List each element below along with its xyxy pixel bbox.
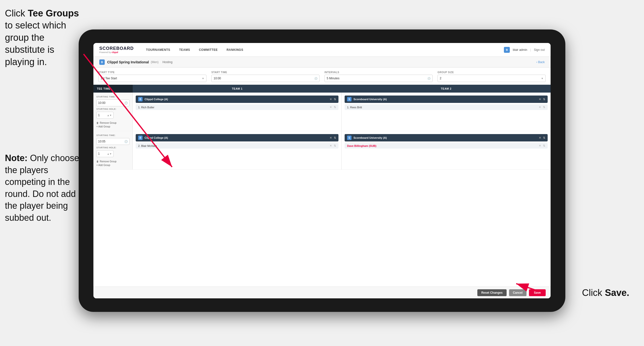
group-size-label: Group Size	[438, 71, 546, 74]
team2-name-2: Scoreboard University (A)	[354, 136, 539, 139]
player-up-2-1[interactable]: ⇅	[543, 106, 545, 109]
team2-card-1[interactable]: S Scoreboard University (A) ✕ ⇅	[344, 95, 548, 103]
reset-button[interactable]: Reset Changes	[477, 289, 506, 296]
team2-x-2[interactable]: ✕	[539, 136, 541, 139]
hole-input-2[interactable]: 1 ▲▼	[96, 150, 114, 157]
team2-card-2[interactable]: S Scoreboard University (A) ✕ ⇅	[344, 134, 548, 141]
note-text: Note: Only choose the players competing …	[5, 152, 81, 224]
team1-card-1[interactable]: B Clippd College (A) ✕ ⇅	[136, 95, 338, 103]
nav-sign-out[interactable]: Sign out	[534, 48, 545, 51]
instruction-part1: Click	[5, 8, 28, 18]
team1-name-1: Clippd College (A)	[144, 98, 330, 101]
time-input-2[interactable]: 10:05 🕙	[96, 138, 130, 145]
note-label: Note:	[5, 153, 30, 163]
group-size-select[interactable]: 2 ▼	[438, 75, 546, 82]
sub-header-back[interactable]: ‹ Back	[536, 60, 545, 64]
hole-input-1[interactable]: 1 ▲▼	[96, 112, 114, 119]
group-left-1: STARTING TIME: 10:00 🕙 STARTING HOLE: 1 …	[94, 93, 133, 131]
player-name-2-2: Dave Billingham (SUB)	[347, 144, 539, 147]
team2-up-1[interactable]: ⇅	[543, 98, 545, 101]
sub-header-hosting: Hosting	[162, 60, 172, 64]
team2-actions-2: ✕ ⇅	[539, 136, 545, 139]
intervals-label: Intervals	[324, 71, 432, 74]
instruction-bold: Tee Groups	[28, 8, 79, 18]
note-body: Only choose the players competing in the…	[5, 153, 79, 223]
start-time-arrow: 🕙	[314, 77, 317, 80]
team1-up-2[interactable]: ⇅	[334, 136, 336, 139]
hole-arrow-2: ▲▼	[107, 152, 112, 155]
start-type-group: Start Type 1st Tee Start ▼	[98, 71, 206, 82]
player-name-2-1: 1. Rees Britt	[347, 106, 539, 109]
starting-time-label-2: STARTING TIME:	[96, 134, 130, 137]
nav-rankings[interactable]: RANKINGS	[222, 43, 248, 57]
team2-header: Team 2	[342, 85, 550, 93]
player-x-1-1[interactable]: ✕	[330, 106, 332, 109]
team2-col-1: S Scoreboard University (A) ✕ ⇅ 1. Rees …	[342, 93, 550, 131]
player-x-1-2[interactable]: ✕	[330, 144, 332, 147]
sub-header-title: Clippd Spring Invitational	[107, 60, 149, 64]
team1-actions-1: ✕ ⇅	[330, 98, 336, 101]
click-save-bold: Save.	[605, 288, 629, 298]
start-time-label: Start Time	[212, 71, 320, 74]
table-header: Tee Time Team 1 Team 2	[94, 85, 550, 93]
team1-badge-2: B	[138, 136, 142, 140]
team1-actions-2: ✕ ⇅	[330, 136, 336, 139]
nav-committee[interactable]: COMMITTEE	[194, 43, 222, 57]
main-content: Start Type 1st Tee Start ▼ Start Time 10…	[94, 67, 550, 287]
player-actions-1-1: ✕ ⇅	[330, 106, 336, 109]
player-up-1-2[interactable]: ⇅	[334, 144, 336, 147]
group-actions-2: 🗑 Remove Group + Add Group	[96, 160, 130, 166]
player-x-2-1[interactable]: ✕	[539, 106, 541, 109]
start-type-select[interactable]: 1st Tee Start ▼	[98, 75, 206, 82]
player-actions-1-2: ✕ ⇅	[330, 144, 336, 147]
instruction-part2: to select which group the substitute is …	[5, 20, 66, 67]
add-group-btn-2[interactable]: + Add Group	[96, 164, 130, 166]
remove-icon-2: 🗑	[96, 160, 99, 163]
team1-x-2[interactable]: ✕	[330, 136, 332, 139]
player-up-2-2[interactable]: ⇅	[543, 144, 545, 147]
player-actions-2-2: ✕ ⇅	[539, 144, 545, 147]
logo-scoreboard: SCOREBOARD	[99, 46, 134, 51]
starting-hole-label-2: STARTING HOLE:	[96, 146, 130, 149]
logo-powered: Powered by clippd	[99, 51, 134, 53]
footer-bar: Reset Changes Cancel Save	[94, 287, 550, 298]
player-up-1-1[interactable]: ⇅	[334, 106, 336, 109]
navbar: SCOREBOARD Powered by clippd TOURNAMENTS…	[94, 43, 550, 57]
time-input-1[interactable]: 10:00 🕙	[96, 99, 130, 106]
nav-divider: |	[530, 48, 531, 51]
remove-group-btn-1[interactable]: 🗑 Remove Group	[96, 122, 130, 124]
team1-x-1[interactable]: ✕	[330, 98, 332, 101]
player-row-2-2: Dave Billingham (SUB) ✕ ⇅	[344, 143, 548, 149]
sub-header: B Clippd Spring Invitational (Men) Hosti…	[94, 57, 550, 67]
remove-group-btn-2[interactable]: 🗑 Remove Group	[96, 160, 130, 163]
save-button[interactable]: Save	[529, 289, 546, 296]
logo-area: SCOREBOARD Powered by clippd	[99, 46, 134, 53]
group-row-2: STARTING TIME: 10:05 🕙 STARTING HOLE: 1 …	[94, 131, 550, 170]
team1-up-1[interactable]: ⇅	[334, 98, 336, 101]
player-x-2-2[interactable]: ✕	[539, 144, 541, 147]
player-row-1-1: 1. Rich Butler ✕ ⇅	[136, 104, 338, 110]
add-group-btn-1[interactable]: + Add Group	[96, 125, 130, 128]
team1-name-2: Clippd College (A)	[144, 136, 330, 139]
nav-links: TOURNAMENTS TEAMS COMMITTEE RANKINGS	[142, 43, 504, 57]
tee-time-header: Tee Time	[94, 85, 133, 93]
cancel-button[interactable]: Cancel	[509, 289, 526, 296]
team2-x-1[interactable]: ✕	[539, 98, 541, 101]
team2-up-2[interactable]: ⇅	[543, 136, 545, 139]
starting-hole-label-1: STARTING HOLE:	[96, 108, 130, 110]
player-row-2-1: 1. Rees Britt ✕ ⇅	[344, 104, 548, 110]
team1-card-2[interactable]: B Clippd College (A) ✕ ⇅	[136, 134, 338, 141]
click-save-text: Click Save.	[582, 288, 629, 298]
intervals-group: Intervals 5 Minutes 🕙	[324, 71, 432, 82]
group-left-2: STARTING TIME: 10:05 🕙 STARTING HOLE: 1 …	[94, 131, 133, 169]
nav-teams[interactable]: TEAMS	[175, 43, 195, 57]
start-time-select[interactable]: 10:00 🕙	[212, 75, 320, 82]
group-size-group: Group Size 2 ▼	[438, 71, 546, 82]
time-icon-1: 🕙	[124, 101, 128, 105]
intervals-select[interactable]: 5 Minutes 🕙	[324, 75, 432, 82]
sub-header-badge: B	[99, 59, 105, 65]
team1-col-1: B Clippd College (A) ✕ ⇅ 1. Rich Butler …	[133, 93, 342, 131]
remove-icon-1: 🗑	[96, 122, 99, 124]
nav-tournaments[interactable]: TOURNAMENTS	[142, 43, 175, 57]
group-size-arrow: ▼	[541, 77, 544, 80]
